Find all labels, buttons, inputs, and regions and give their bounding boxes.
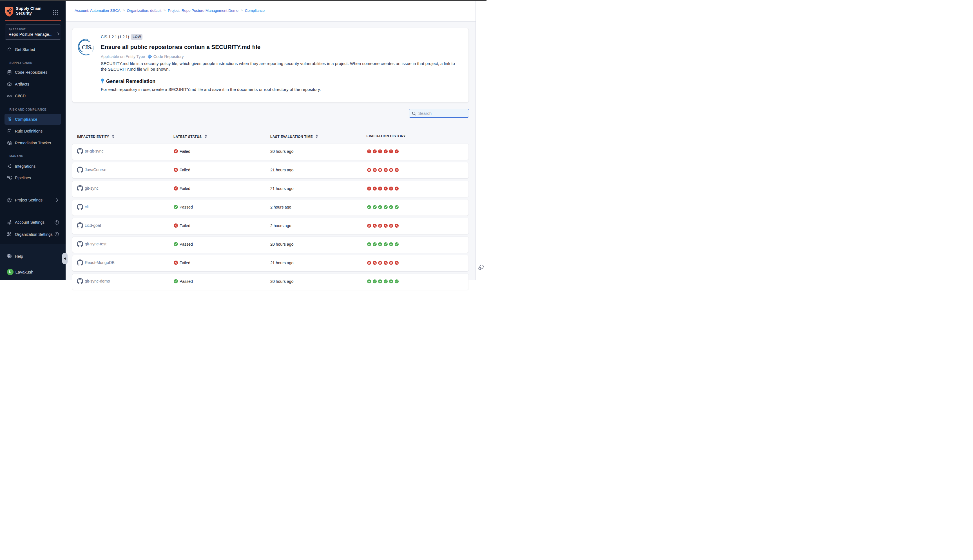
svg-text:CIS.: CIS. [82, 44, 93, 50]
svg-text:?: ? [8, 254, 10, 257]
